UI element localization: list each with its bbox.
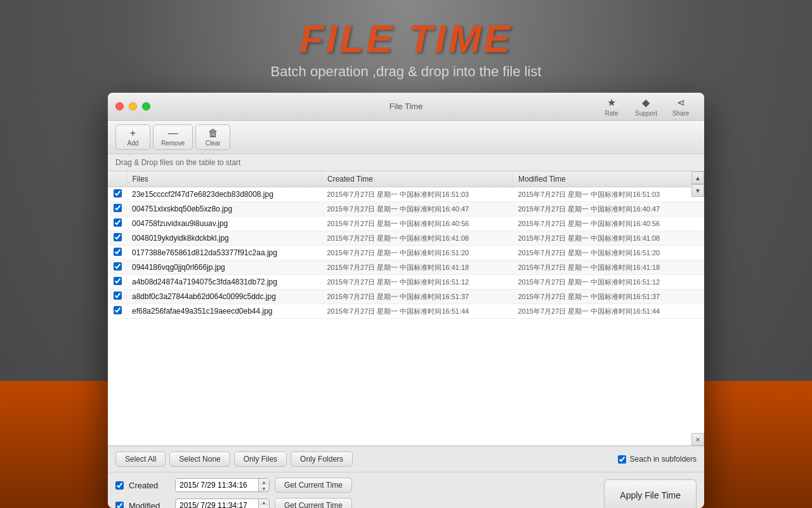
add-button[interactable]: + Add — [115, 124, 150, 150]
filename-cell: ef68a256fafae49a351c19aeecd0eb44.jpg — [132, 307, 273, 316]
filename-cell: 23e15ccccf2f47d7e6823decb83d8008.jpg — [132, 190, 273, 199]
created-time-cell: 2015年7月27日 星期一 中国标准时间16:51:12 — [322, 275, 513, 290]
row-checkbox[interactable] — [114, 248, 122, 256]
app-subtitle: Batch operation ,drag & drop into the fi… — [271, 64, 542, 80]
row-checkbox[interactable] — [114, 204, 122, 212]
rate-button[interactable]: ★ Rate — [596, 94, 627, 119]
col-files: Files — [127, 171, 322, 187]
datetime-bar: Created ▲ ▼ Get Current Time Modified — [108, 472, 704, 508]
filename-cell: 0048019ykdyidk8kdckbkl.jpg — [132, 234, 229, 243]
search-subfolders-checkbox[interactable] — [618, 455, 626, 464]
titlebar: File Time ★ Rate ◆ Support ⋖ Share — [108, 93, 704, 121]
modified-stepper: ▲ ▼ — [258, 499, 269, 508]
app-header: FILE TIME Batch operation ,drag & drop i… — [271, 0, 542, 80]
remove-label: Remove — [161, 140, 185, 147]
file-table: Files Created Time Modified Time 23e15cc… — [108, 171, 704, 319]
star-icon: ★ — [607, 97, 616, 109]
clear-selection-btn[interactable]: ✕ — [691, 433, 704, 446]
remove-button[interactable]: — Remove — [153, 124, 193, 150]
created-time-cell: 2015年7月27日 星期一 中国标准时间16:40:56 — [322, 217, 513, 231]
share-button[interactable]: ⋖ Share — [665, 94, 697, 119]
support-button[interactable]: ◆ Support — [630, 94, 662, 119]
clear-button[interactable]: 🗑 Clear — [195, 124, 230, 150]
row-checkbox[interactable] — [114, 189, 122, 197]
row-checkbox[interactable] — [114, 306, 122, 314]
select-all-button[interactable]: Select All — [115, 451, 166, 467]
modified-time-cell: 2015年7月27日 星期一 中国标准时间16:51:03 — [513, 187, 704, 202]
modified-input-wrap: ▲ ▼ — [175, 498, 270, 508]
table-row: 0944186vqg0jjq0rl666jp.jpg2015年7月27日 星期一… — [108, 260, 704, 275]
row-checkbox[interactable] — [114, 291, 122, 300]
col-created: Created Time — [322, 171, 513, 187]
table-row: 0048019ykdyidk8kdckbkl.jpg2015年7月27日 星期一… — [108, 231, 704, 246]
trash-icon: 🗑 — [208, 128, 218, 139]
support-icon: ◆ — [642, 97, 650, 109]
created-stepper: ▲ ▼ — [258, 479, 269, 491]
created-time-cell: 2015年7月27日 星期一 中国标准时间16:51:37 — [322, 290, 513, 304]
window-title: File Time — [390, 102, 423, 111]
table-row: 004751xlxskbq50eb5xz8o.jpg2015年7月27日 星期一… — [108, 202, 704, 217]
created-row: Created ▲ ▼ Get Current Time — [115, 478, 352, 493]
table-row: a8dbf0c3a27844ab62d064c0099c5ddc.jpg2015… — [108, 290, 704, 304]
modified-time-cell: 2015年7月27日 星期一 中国标准时间16:41:18 — [513, 260, 704, 275]
titlebar-actions: ★ Rate ◆ Support ⋖ Share — [596, 94, 697, 119]
modified-step-up[interactable]: ▲ — [259, 499, 269, 505]
created-input[interactable] — [176, 479, 258, 491]
modified-step-down[interactable]: ▼ — [259, 505, 269, 508]
maximize-button[interactable] — [142, 102, 150, 110]
file-table-container: Files Created Time Modified Time 23e15cc… — [108, 171, 704, 446]
modified-checkbox[interactable] — [115, 502, 124, 509]
filename-cell: 0944186vqg0jjq0rl666jp.jpg — [132, 263, 225, 272]
modified-time-cell: 2015年7月27日 星期一 中国标准时间16:40:47 — [513, 202, 704, 217]
toolbar: + Add — Remove 🗑 Clear — [108, 121, 704, 154]
app-title: FILE TIME — [271, 19, 542, 58]
bottom-bar: Select All Select None Only Files Only F… — [108, 446, 704, 472]
created-get-time-button[interactable]: Get Current Time — [275, 478, 352, 493]
plus-icon: + — [130, 128, 136, 139]
search-subfolders-wrap: Seach in subfolders — [618, 455, 697, 464]
only-folders-button[interactable]: Only Folders — [291, 451, 353, 467]
drop-hint: Drag & Drop files on the table to start — [108, 154, 704, 171]
minus-icon: — — [168, 128, 178, 139]
modified-input[interactable] — [176, 499, 258, 508]
select-none-button[interactable]: Select None — [169, 451, 230, 467]
modified-label: Modified — [129, 501, 170, 509]
filename-cell: 0177388e765861d812da53377f91c2aa.jpg — [132, 248, 277, 257]
table-row: ef68a256fafae49a351c19aeecd0eb44.jpg2015… — [108, 304, 704, 319]
table-row: a4b08d24874a7194075c3fda4831db72.jpg2015… — [108, 275, 704, 290]
modified-time-cell: 2015年7月27日 星期一 中国标准时间16:51:37 — [513, 290, 704, 304]
filename-cell: 004751xlxskbq50eb5xz8o.jpg — [132, 204, 232, 213]
created-time-cell: 2015年7月27日 星期一 中国标准时间16:51:44 — [322, 304, 513, 319]
table-row: 0177388e765861d812da53377f91c2aa.jpg2015… — [108, 246, 704, 260]
modified-get-time-button[interactable]: Get Current Time — [275, 498, 352, 508]
row-checkbox[interactable] — [114, 218, 122, 227]
row-checkbox[interactable] — [114, 233, 122, 241]
table-row: 004758fzuvidxau9i8uuav.jpg2015年7月27日 星期一… — [108, 217, 704, 231]
col-checkbox — [108, 171, 127, 187]
row-checkbox[interactable] — [114, 277, 122, 285]
add-label: Add — [128, 140, 139, 147]
empty-drop-area — [108, 319, 704, 446]
close-button[interactable] — [115, 102, 124, 110]
share-icon: ⋖ — [677, 97, 685, 109]
modified-time-cell: 2015年7月27日 星期一 中国标准时间16:51:44 — [513, 304, 704, 319]
modified-time-cell: 2015年7月27日 星期一 中国标准时间16:51:12 — [513, 275, 704, 290]
apply-file-time-button[interactable]: Apply File Time — [604, 479, 697, 508]
created-step-down[interactable]: ▼ — [259, 485, 269, 491]
scroll-up-btn[interactable]: ▲ — [691, 171, 704, 184]
row-checkbox[interactable] — [114, 262, 122, 271]
modified-time-cell: 2015年7月27日 星期一 中国标准时间16:40:56 — [513, 217, 704, 231]
minimize-button[interactable] — [129, 102, 137, 110]
modified-time-cell: 2015年7月27日 星期一 中国标准时间16:41:08 — [513, 231, 704, 246]
only-files-button[interactable]: Only Files — [234, 451, 287, 467]
created-label: Created — [129, 481, 170, 490]
table-row: 23e15ccccf2f47d7e6823decb83d8008.jpg2015… — [108, 187, 704, 202]
share-label: Share — [672, 110, 690, 117]
scroll-down-btn[interactable]: ▼ — [691, 184, 704, 197]
created-checkbox[interactable] — [115, 481, 124, 490]
created-step-up[interactable]: ▲ — [259, 479, 269, 485]
created-time-cell: 2015年7月27日 星期一 中国标准时间16:41:18 — [322, 260, 513, 275]
search-subfolders-label: Seach in subfolders — [630, 455, 697, 464]
created-time-cell: 2015年7月27日 星期一 中国标准时间16:51:20 — [322, 246, 513, 260]
filename-cell: 004758fzuvidxau9i8uuav.jpg — [132, 219, 228, 228]
